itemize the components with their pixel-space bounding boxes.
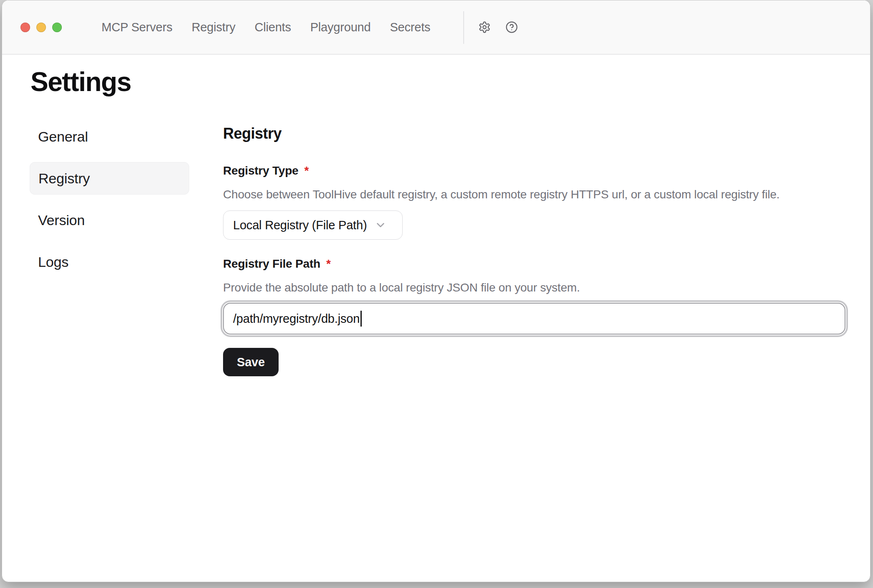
zoom-window-button[interactable]: [52, 23, 62, 32]
desktop-background: MCP Servers Registry Clients Playground …: [0, 0, 873, 588]
registry-file-path-description: Provide the absolute path to a local reg…: [223, 280, 845, 295]
registry-type-selected-value: Local Registry (File Path): [233, 218, 367, 232]
registry-type-description: Choose between ToolHive default registry…: [223, 187, 845, 202]
required-asterisk: *: [305, 163, 309, 178]
registry-file-path-input-value: /path/myregistry/db.json: [233, 312, 360, 326]
required-asterisk: *: [326, 256, 331, 271]
titlebar-icons: [478, 0, 518, 54]
text-cursor: [360, 311, 362, 327]
sidebar-item-logs[interactable]: Logs: [30, 246, 189, 278]
top-navigation: MCP Servers Registry Clients Playground …: [102, 0, 430, 54]
chevron-down-icon: [374, 219, 387, 231]
titlebar: MCP Servers Registry Clients Playground …: [2, 0, 870, 55]
section-title: Registry: [223, 124, 845, 144]
sidebar-item-general[interactable]: General: [30, 120, 189, 153]
sidebar-item-registry[interactable]: Registry: [30, 162, 189, 195]
help-circle-icon[interactable]: [505, 21, 518, 33]
registry-type-label: Registry Type *: [223, 163, 845, 178]
settings-sidebar: General Registry Version Logs: [30, 120, 189, 278]
registry-type-label-text: Registry Type: [223, 163, 299, 178]
nav-item-clients[interactable]: Clients: [254, 20, 291, 34]
close-window-button[interactable]: [20, 23, 30, 32]
window-controls: [2, 23, 62, 32]
sidebar-item-version[interactable]: Version: [30, 204, 189, 236]
save-button[interactable]: Save: [223, 348, 279, 376]
registry-file-path-input[interactable]: /path/myregistry/db.json: [223, 303, 845, 335]
nav-item-secrets[interactable]: Secrets: [390, 20, 430, 34]
registry-file-path-label-text: Registry File Path: [223, 256, 320, 271]
nav-item-mcp-servers[interactable]: MCP Servers: [102, 20, 173, 34]
gear-icon[interactable]: [478, 21, 491, 33]
page-title: Settings: [30, 66, 131, 97]
nav-item-registry[interactable]: Registry: [192, 20, 236, 34]
minimize-window-button[interactable]: [36, 23, 46, 32]
app-window: MCP Servers Registry Clients Playground …: [2, 0, 870, 582]
registry-type-select[interactable]: Local Registry (File Path): [223, 210, 403, 240]
nav-item-playground[interactable]: Playground: [310, 20, 371, 34]
registry-file-path-label: Registry File Path *: [223, 256, 845, 271]
titlebar-divider: [463, 11, 464, 44]
registry-settings-panel: Registry Registry Type * Choose between …: [223, 124, 845, 376]
